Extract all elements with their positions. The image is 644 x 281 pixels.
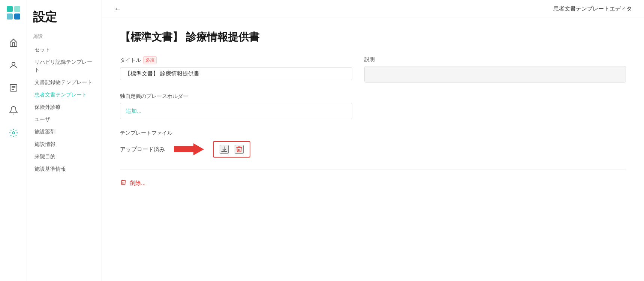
sidebar-item-set[interactable]: セット bbox=[33, 44, 96, 56]
sidebar-item-user[interactable]: ユーザ bbox=[33, 113, 96, 126]
required-badge: 必須 bbox=[143, 56, 157, 64]
desc-label: 説明 bbox=[364, 56, 626, 63]
document-title: 【標準文書】 診療情報提供書 bbox=[120, 30, 626, 44]
svg-rect-3 bbox=[14, 14, 20, 20]
nav-icon-service[interactable] bbox=[8, 38, 19, 48]
delete-label[interactable]: 削除... bbox=[130, 180, 146, 187]
app-logo[interactable] bbox=[7, 6, 20, 20]
content-area: 【標準文書】 診療情報提供書 タイトル 必須 説明 独自定義のプレースホルダー … bbox=[102, 18, 644, 281]
arrow-annotation bbox=[174, 142, 204, 157]
sidebar-title: 設定 bbox=[33, 9, 96, 26]
svg-point-9 bbox=[12, 132, 15, 134]
placeholder-section: 独自定義のプレースホルダー 追加... bbox=[120, 93, 626, 119]
delete-file-button[interactable] bbox=[235, 145, 244, 154]
divider bbox=[120, 170, 626, 170]
title-desc-row: タイトル 必須 説明 bbox=[120, 56, 626, 83]
delete-section[interactable]: 削除... bbox=[120, 179, 626, 187]
download-button[interactable] bbox=[220, 145, 229, 154]
sidebar-section-label: 施設 bbox=[33, 33, 96, 40]
uploaded-text: アップロード済み bbox=[120, 146, 165, 153]
sidebar-item-facility-medicine[interactable]: 施設薬剤 bbox=[33, 126, 96, 138]
sidebar-item-document-template[interactable]: 文書記録物テンプレート bbox=[33, 76, 96, 89]
svg-rect-2 bbox=[7, 14, 13, 20]
sidebar-item-rehab-template[interactable]: リハビリ記録テンプレート bbox=[33, 56, 96, 76]
template-file-section: テンプレートファイル アップロード済み bbox=[120, 130, 626, 158]
sidebar-item-patient-template[interactable]: 患者文書テンプレート bbox=[33, 89, 96, 101]
back-button[interactable]: ← bbox=[114, 5, 121, 13]
svg-rect-0 bbox=[7, 6, 13, 12]
main-content: ← 患者文書テンプレートエディタ 【標準文書】 診療情報提供書 タイトル 必須 … bbox=[102, 0, 644, 281]
sidebar-item-facility-standard[interactable]: 施設基準情報 bbox=[33, 163, 96, 175]
svg-point-4 bbox=[12, 62, 15, 65]
add-placeholder-link[interactable]: 追加... bbox=[126, 108, 142, 115]
red-arrow-icon bbox=[174, 142, 204, 157]
sidebar-item-facility-info[interactable]: 施設情報 bbox=[33, 138, 96, 150]
top-bar: ← 患者文書テンプレートエディタ bbox=[102, 0, 644, 18]
title-input[interactable] bbox=[120, 67, 352, 80]
nav-icon-user[interactable] bbox=[8, 60, 19, 71]
sidebar-item-visit-purpose[interactable]: 来院目的 bbox=[33, 150, 96, 163]
file-actions-group bbox=[213, 141, 250, 158]
svg-rect-1 bbox=[14, 6, 20, 12]
page-title: 患者文書テンプレートエディタ bbox=[553, 5, 632, 12]
nav-bar bbox=[0, 0, 27, 281]
title-label: タイトル 必須 bbox=[120, 56, 352, 64]
nav-icon-settings[interactable] bbox=[8, 128, 19, 138]
template-file-row: アップロード済み bbox=[120, 141, 626, 158]
svg-marker-10 bbox=[174, 143, 204, 155]
placeholder-box[interactable]: 追加... bbox=[120, 103, 352, 119]
placeholder-label: 独自定義のプレースホルダー bbox=[120, 93, 626, 100]
title-group: タイトル 必須 bbox=[120, 56, 352, 83]
desc-input[interactable] bbox=[364, 66, 626, 83]
nav-icon-list[interactable] bbox=[8, 83, 19, 93]
delete-icon bbox=[120, 179, 127, 187]
desc-group: 説明 bbox=[364, 56, 626, 83]
sidebar-item-insurance-outpatient[interactable]: 保険外診療 bbox=[33, 101, 96, 113]
nav-icon-notification[interactable] bbox=[8, 105, 19, 116]
template-file-label: テンプレートファイル bbox=[120, 130, 626, 137]
sidebar: 設定 施設 セット リハビリ記録テンプレート 文書記録物テンプレート 患者文書テ… bbox=[27, 0, 102, 281]
